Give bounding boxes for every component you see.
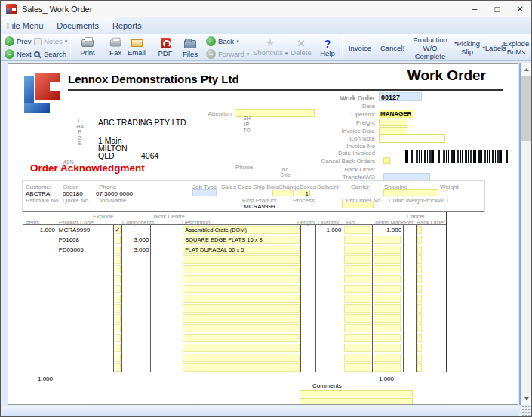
job-type-field[interactable] [192,189,217,196]
comments-field-1[interactable] [300,390,413,397]
cell-input[interactable] [374,363,401,372]
cell-input[interactable] [417,236,422,244]
cell-input[interactable] [374,255,401,264]
cell-input[interactable] [344,236,371,244]
shipping-field[interactable] [383,189,438,196]
cell-input[interactable] [374,236,401,244]
cell-input[interactable] [115,334,121,342]
resize-grip[interactable] [521,406,532,417]
pdf-button[interactable]: PDF [152,34,179,61]
cell-input[interactable] [115,255,121,264]
explode-boms-button[interactable]: Explode BoMs [500,34,532,61]
cell-input[interactable] [374,324,401,332]
boxes-field[interactable]: 1 [297,190,310,196]
horizontal-scrollbar[interactable] [2,406,519,417]
back-button[interactable]: ←Back▾ [206,35,249,48]
cancel-back-orders-checkbox[interactable] [383,157,390,164]
cell-input[interactable] [417,363,422,372]
help-button[interactable]: ?Help [316,34,339,61]
cancel-button[interactable]: Cancel! [377,34,408,61]
cell-input[interactable] [417,324,422,332]
next-button[interactable]: →Next [5,48,32,60]
cell-input[interactable] [183,285,299,293]
cell-input[interactable] [115,275,121,283]
menu-reports[interactable]: Reports [112,21,142,30]
cell-input[interactable] [115,344,121,352]
cell-input[interactable] [183,354,299,362]
cell-input[interactable] [344,255,371,264]
minimize-button[interactable]: – [463,1,486,17]
cell-input[interactable] [344,354,371,362]
cell-input[interactable] [374,295,401,303]
production-wo-complete-button[interactable]: Production W/O Complete [409,34,451,61]
cell-input[interactable] [374,285,401,293]
cell-input[interactable] [115,324,121,332]
cell-input[interactable] [417,314,422,323]
cell-input[interactable] [183,363,299,372]
cell-input[interactable] [344,265,371,273]
invoice-date-field[interactable] [379,127,407,134]
comments-field-2[interactable] [300,398,413,405]
vertical-scrollbar[interactable] [521,63,532,405]
close-button[interactable]: ✕ [509,1,531,17]
cell-input[interactable] [344,363,371,372]
cell-input[interactable] [344,295,371,303]
cell-input[interactable] [183,295,299,303]
cell-input[interactable] [115,265,121,273]
cell-input[interactable] [183,255,299,264]
change-field[interactable] [272,190,294,196]
cell-input[interactable] [183,324,299,332]
maximize-button[interactable]: □ [486,1,509,17]
cell-input[interactable] [344,314,371,323]
con-note-field[interactable] [379,134,445,143]
prev-button[interactable]: ←Prev [5,35,32,48]
cell-input[interactable] [344,344,371,352]
cell-input[interactable] [417,246,422,254]
cell-input[interactable] [344,275,371,283]
cell-input[interactable] [374,265,401,273]
cell-input[interactable] [417,285,422,293]
cell-input[interactable] [115,236,121,244]
cell-input[interactable] [344,285,371,293]
cell-input[interactable] [374,344,401,352]
cell-input[interactable] [183,304,299,313]
scroll-up-button[interactable] [521,63,532,76]
scroll-down-button[interactable] [521,393,532,405]
table-body[interactable]: 1.000MCRA9999✓Assembled Crate (BOM)1.000… [23,225,446,372]
cell-input[interactable] [417,275,422,283]
cell-input[interactable] [374,246,401,254]
files-button[interactable]: Files [177,34,203,61]
cell-input[interactable] [417,255,422,264]
cell-input[interactable] [344,324,371,332]
cell-input[interactable] [344,246,371,254]
cell-input[interactable] [417,344,422,352]
cell-input[interactable] [417,334,422,342]
cell-input[interactable] [115,363,121,372]
cell-input[interactable] [183,275,299,283]
cell-input[interactable] [344,334,371,342]
cell-input[interactable] [417,226,422,234]
vertical-scrollbar-thumb[interactable] [521,76,531,141]
cell-input[interactable] [115,295,121,303]
cell-input[interactable] [374,314,401,323]
work-order-number-field[interactable]: 00127 [379,92,422,101]
cell-input[interactable] [344,226,371,234]
cell-input[interactable] [374,354,401,362]
cell-input[interactable] [374,334,401,342]
cell-input[interactable] [417,295,422,303]
email-button[interactable]: Email [121,34,152,61]
cell-input[interactable] [183,314,299,323]
cell-input[interactable]: ✓ [115,226,121,234]
cell-input[interactable] [344,304,371,313]
cell-input[interactable] [417,354,422,362]
cell-input[interactable]: Assembled Crate (BOM) [183,226,299,234]
cell-input[interactable] [115,314,121,323]
cell-input[interactable] [115,246,121,254]
cell-input[interactable] [183,334,299,342]
cell-input[interactable] [417,304,422,313]
search-button[interactable]: Search [34,48,67,60]
cell-input[interactable] [115,304,121,313]
invoice-button[interactable]: Invoice [344,34,376,61]
cell-input[interactable]: SQUARE EDGE FLATS 16 x 8 [183,236,299,244]
cell-input[interactable] [183,265,299,273]
